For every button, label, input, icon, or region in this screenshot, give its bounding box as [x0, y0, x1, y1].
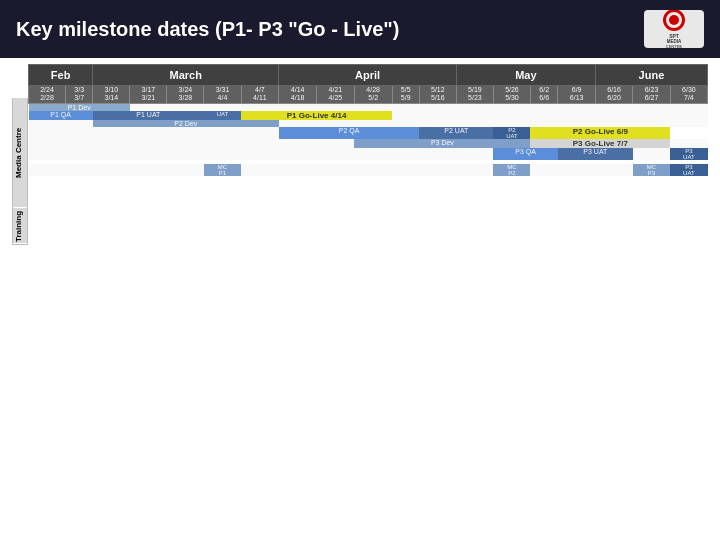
p1-golive-bar: P1 Go-Live 4/14 [241, 111, 392, 120]
p2-dev-row: P2 Dev [29, 120, 708, 127]
gantt-outer-table: Media Centre Training Feb [12, 64, 708, 245]
p2-dev-bar: P2 Dev [93, 120, 279, 127]
training-empty-mid1 [241, 164, 493, 176]
logo: SPT MEDIA CENTRE [663, 10, 685, 48]
month-march: March [93, 65, 279, 86]
gantt-container: Media Centre Training Feb [0, 58, 720, 251]
week-18: 6/307/4 [670, 86, 707, 104]
header: Key milestone dates (P1- P3 "Go - Live")… [0, 0, 720, 58]
p2-qa-empty-start [29, 127, 279, 139]
p2-qa-bar: P2 QA [279, 127, 420, 139]
week-2: 3/103/14 [93, 86, 130, 104]
p3-dev-empty-end [670, 139, 707, 148]
page-container: Key milestone dates (P1- P3 "Go - Live")… [0, 0, 720, 540]
training-label: Training [13, 208, 28, 244]
p1-dev-row: P1 Dev [29, 103, 708, 111]
week-1: 3/33/7 [66, 86, 93, 104]
training-empty-mid2 [530, 164, 632, 176]
week-6: 4/74/11 [241, 86, 279, 104]
p1-uat-ext-bar: UAT [204, 111, 241, 120]
gantt-body: P1 Dev P1 QA P1 UAT UAT P1 Go-Live 4/14 [29, 103, 708, 176]
p3-qa-empty-mid [633, 148, 670, 160]
p2-golive-bar: P2 Go-Live 6/9 [530, 127, 670, 139]
week-16: 6/166/20 [595, 86, 632, 104]
week-4: 3/243/28 [167, 86, 204, 104]
p3-dev-empty-start [29, 139, 355, 148]
week-13: 5/265/30 [493, 86, 530, 104]
p1-qa-bar: P1 QA [29, 111, 93, 120]
training-mc-p2-bar: MCP2 [493, 164, 530, 176]
p3-dev-row: P3 Dev P3 Go-Live 7/7 [29, 139, 708, 148]
p2-dev-empty-start [29, 120, 93, 127]
week-11: 5/125/16 [419, 86, 456, 104]
p1-dev-empty [130, 103, 708, 111]
p3-golive-bar: P3 Go-Live 7/7 [530, 139, 670, 148]
p3-qa-bar: P3 QA [493, 148, 558, 160]
p3-qa-uat-row: P3 QA P3 UAT P3UAT [29, 148, 708, 160]
week-3: 3/173/21 [130, 86, 167, 104]
p1-uat-bar: P1 UAT [93, 111, 204, 120]
p3-uat-sm-bar: P3UAT [670, 148, 707, 160]
week-5: 3/314/4 [204, 86, 241, 104]
month-feb: Feb [29, 65, 93, 86]
p2-uat-sm-bar: P2UAT [493, 127, 530, 139]
gantt-main: Feb March April May June 2/242/28 3/33/7… [28, 64, 708, 245]
p3-qa-empty-start [29, 148, 494, 160]
logo-area: SPT MEDIA CENTRE [644, 10, 704, 48]
week-14: 6/26/6 [530, 86, 557, 104]
p1-row-empty [392, 111, 707, 120]
week-header-row: 2/242/28 3/33/7 3/103/14 3/173/21 3/243/… [29, 86, 708, 104]
media-centre-label: Media Centre [13, 98, 28, 208]
week-8: 4/214/25 [317, 86, 355, 104]
p2-uat-bar: P2 UAT [419, 127, 493, 139]
month-april: April [279, 65, 457, 86]
p3-dev-bar: P3 Dev [354, 139, 530, 148]
p2-dev-empty-end [279, 120, 708, 127]
p1-dev-bar: P1 Dev [29, 103, 130, 111]
week-10: 5/55/9 [392, 86, 419, 104]
training-mc-p1-bar: MCP1 [204, 164, 241, 176]
month-may: May [456, 65, 595, 86]
week-9: 4/285/2 [354, 86, 392, 104]
logo-box: SPT MEDIA CENTRE [644, 10, 704, 48]
training-empty-start [29, 164, 204, 176]
p1-qa-uat-row: P1 QA P1 UAT UAT P1 Go-Live 4/14 [29, 111, 708, 120]
month-header-row: Feb March April May June [29, 65, 708, 86]
week-0: 2/242/28 [29, 86, 66, 104]
training-p3-uat-bar: P3UAT [670, 164, 707, 176]
gantt-table: Feb March April May June 2/242/28 3/33/7… [28, 64, 708, 176]
page-title: Key milestone dates (P1- P3 "Go - Live") [16, 18, 400, 41]
side-labels-table: Media Centre Training [12, 64, 28, 245]
training-row: MCP1 MCP2 MCP3 P3UAT [29, 164, 708, 176]
week-17: 6/236/27 [633, 86, 670, 104]
week-15: 6/96/13 [558, 86, 595, 104]
p3-uat-bar: P3 UAT [558, 148, 633, 160]
p2-qa-uat-row: P2 QA P2 UAT P2UAT P2 Go-Live 6/9 [29, 127, 708, 139]
side-label-area: Media Centre Training [12, 64, 28, 245]
month-june: June [595, 65, 707, 86]
week-12: 5/195/23 [456, 86, 493, 104]
week-7: 4/144/18 [279, 86, 317, 104]
training-mc-p3-bar: MCP3 [633, 164, 670, 176]
